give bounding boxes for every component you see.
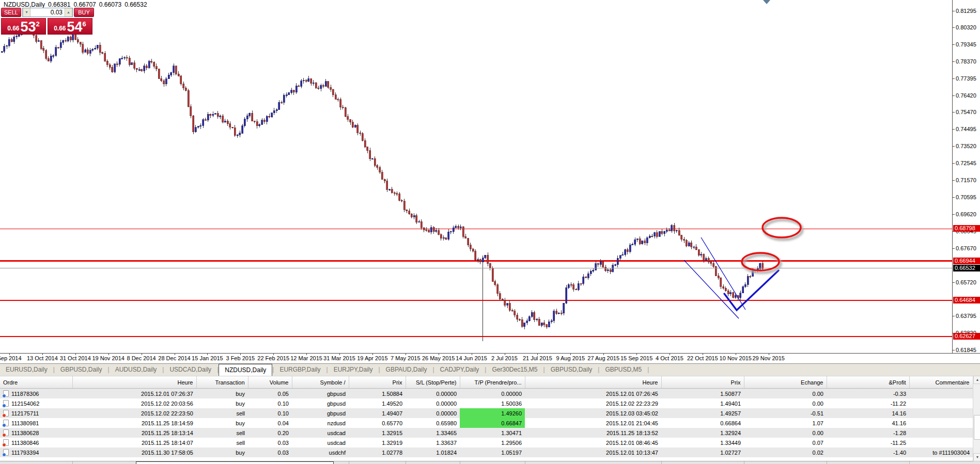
- price-tick-label: 0.69620: [956, 211, 976, 217]
- order-cell: 2015.12.01 21:04:45: [525, 418, 661, 428]
- price-tick: [953, 11, 955, 11]
- chart-tab-gbpusd-m5[interactable]: GBPUSD,M5: [599, 364, 647, 376]
- support-resistance-lines[interactable]: [0, 229, 952, 336]
- date-tick-label: 28 Dec 2014: [158, 355, 190, 361]
- order-cell: 0.03: [248, 438, 292, 447]
- order-cell: usdchf: [292, 447, 349, 457]
- order-cell: 0.00000: [406, 398, 460, 408]
- date-tick-label: 19 Nov 2014: [92, 355, 124, 361]
- order-cell: 0.10: [248, 398, 292, 408]
- order-cell: gbpusd: [292, 408, 349, 418]
- column-header-heure[interactable]: Heure: [72, 376, 196, 389]
- column-header-prix[interactable]: Prix: [661, 376, 744, 389]
- price-axis[interactable]: 0.812950.803200.793450.783700.773950.764…: [952, 0, 980, 353]
- chart-shift-marker-icon[interactable]: [763, 0, 770, 4]
- chart-tab-gbpusd-daily[interactable]: GBPUSD,Daily: [55, 364, 108, 376]
- chart-tab-gbpaud-daily[interactable]: GBPAUD,Daily: [380, 364, 433, 376]
- date-tick-label: 21 Jul 2015: [523, 355, 552, 361]
- order-row[interactable]: 1118783062015.12.01 07:26:37buy0.05gbpus…: [0, 389, 973, 399]
- column-header-echange[interactable]: Echange: [744, 376, 827, 389]
- buy-button[interactable]: BUY: [74, 8, 94, 17]
- date-tick-label: 22 Feb 2015: [257, 355, 289, 361]
- order-buy-icon: [3, 400, 9, 407]
- column-header-transaction[interactable]: Transaction: [196, 376, 248, 389]
- buy-price-panel[interactable]: 0.66546: [48, 18, 92, 35]
- date-tick-label: 26 May 2015: [422, 355, 455, 361]
- scrollbar-thumb[interactable]: [974, 415, 980, 440]
- order-cell: -0.51: [744, 408, 827, 418]
- order-cell: 1.02778: [349, 447, 406, 457]
- order-cell: 0.66864: [661, 418, 744, 428]
- order-cell: 1.49260: [460, 408, 525, 418]
- volume-decrease-icon[interactable]: ▼: [23, 8, 30, 17]
- column-header-symbole-[interactable]: Symbole /: [292, 376, 349, 389]
- order-row[interactable]: 1121540622015.12.02 20:03:56buy0.10gbpus…: [0, 398, 973, 408]
- volume-increase-icon[interactable]: ▲: [65, 8, 72, 17]
- price-tick: [953, 214, 955, 215]
- order-row[interactable]: 1121757112015.12.02 22:23:50sell0.10gbpu…: [0, 408, 973, 418]
- terminal-scrollbar[interactable]: ▲ ▼: [973, 376, 980, 461]
- order-cell: 0.07: [744, 438, 827, 447]
- column-header-t-p-prendre-pro-[interactable]: T/P (Prendre/pro...: [460, 376, 525, 389]
- date-axis[interactable]: Sep 201413 Oct 201431 Oct 201419 Nov 201…: [0, 353, 980, 364]
- order-cell: 0.00: [744, 428, 827, 438]
- column-header-prix[interactable]: Prix: [349, 376, 406, 389]
- chart-tab-cadjpy-daily[interactable]: CADJPY,Daily: [434, 364, 485, 376]
- price-tick-label: 0.79345: [956, 41, 976, 47]
- order-row[interactable]: 1113808462015.11.25 18:14:07sell0.03usdc…: [0, 438, 973, 447]
- order-cell: 1.32919: [349, 438, 406, 447]
- order-id-cell: 112175711: [0, 408, 72, 418]
- order-cell: -11.22: [827, 398, 909, 408]
- sell-button[interactable]: SELL: [1, 8, 21, 17]
- order-cell: 14.16: [827, 408, 909, 418]
- chart-tab-eurjpy-daily[interactable]: EURJPY,Daily: [328, 364, 379, 376]
- price-tick-label: 0.72545: [956, 160, 976, 166]
- chart-tab-gbpusd-daily[interactable]: GBPUSD,Daily: [545, 364, 598, 376]
- candles: [1, 23, 764, 341]
- order-cell: 0.00000: [406, 408, 460, 418]
- price-tick: [953, 146, 955, 147]
- date-tick-label: 9 Aug 2015: [556, 355, 585, 361]
- column-header-s-l-stop-perte-[interactable]: S/L (Stop/Perte): [406, 376, 460, 389]
- column-header-ordre[interactable]: Ordre: [0, 376, 72, 389]
- order-cell: 1.30471: [460, 428, 525, 438]
- chart-tab-eurgbp-daily[interactable]: EURGBP,Daily: [274, 364, 326, 376]
- order-buy-icon: [3, 390, 9, 397]
- scroll-up-icon[interactable]: ▲: [973, 376, 980, 384]
- chart-tab-bar: EURUSD,Daily|GBPUSD,Daily|AUDUSD,Daily|U…: [0, 363, 980, 377]
- order-cell: 41.16: [827, 418, 909, 428]
- price-tick: [953, 282, 955, 283]
- chart-tab-audusd-daily[interactable]: AUDUSD,Daily: [110, 364, 163, 376]
- column-header-heure[interactable]: Heure: [525, 376, 661, 389]
- volume-input[interactable]: [30, 8, 65, 17]
- candlestick-chart[interactable]: [0, 0, 952, 353]
- order-id-cell: 112154062: [0, 398, 72, 408]
- order-cell: usdcad: [292, 438, 349, 447]
- chart-tab-nzdusd-daily[interactable]: NZDUSD,Daily: [219, 364, 272, 376]
- price-tick-label: 0.67670: [956, 245, 976, 251]
- column-header--profit[interactable]: &Profit: [827, 376, 909, 389]
- date-tick-label: 3 Feb 2015: [226, 355, 255, 361]
- scroll-down-icon[interactable]: ▼: [973, 453, 980, 461]
- date-tick-label: 19 Apr 2015: [357, 355, 387, 361]
- order-cell: 0.00000: [406, 389, 460, 399]
- order-cell: usdcad: [292, 428, 349, 438]
- order-cell: buy: [196, 389, 248, 399]
- chart-tab-eurusd-daily[interactable]: EURUSD,Daily: [0, 364, 53, 376]
- chart-tab-usdcad-daily[interactable]: USDCAD,Daily: [164, 364, 217, 376]
- order-row[interactable]: 1113809812015.11.25 18:14:59buy0.04nzdus…: [0, 418, 973, 428]
- chart-tab-ger30dec15-m5[interactable]: Ger30Dec15,M5: [486, 364, 543, 376]
- sell-price-panel[interactable]: 0.66532: [1, 18, 46, 35]
- order-row[interactable]: 1117933942015.11.30 17:58:05buy0.03usdch…: [0, 447, 973, 457]
- price-tick: [953, 248, 955, 249]
- annotation-ellipses[interactable]: [742, 218, 802, 273]
- column-header-commentaire[interactable]: Commentaire: [909, 376, 973, 389]
- order-cell: 1.50877: [661, 389, 744, 399]
- level-price-badge: 0.64684: [953, 297, 980, 303]
- order-cell: 0.04: [248, 418, 292, 428]
- order-cell: -1.40: [827, 447, 909, 457]
- price-tick: [953, 197, 955, 198]
- order-cell: gbpusd: [292, 389, 349, 399]
- column-header-volume[interactable]: Volume: [248, 376, 292, 389]
- order-row[interactable]: 1113806282015.11.25 18:13:14sell0.20usdc…: [0, 428, 973, 438]
